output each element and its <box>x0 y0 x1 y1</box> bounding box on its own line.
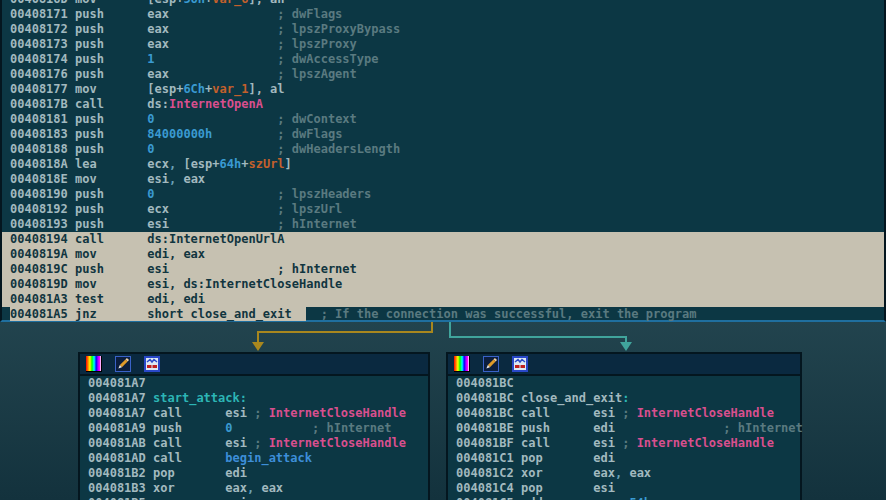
node-title-bar[interactable] <box>80 354 428 376</box>
disassembly-listing[interactable]: 004081A7004081A7 start_attack:004081A7 c… <box>80 376 428 500</box>
code-line[interactable]: 0040819A mov edi, eax <box>2 247 884 262</box>
code-segment: 004081B3 xor eax <box>88 481 247 495</box>
code-segment: start_attack: <box>153 391 247 405</box>
code-line[interactable]: 00408181 push 0 ; dwContext <box>2 112 884 127</box>
code-segment <box>306 307 320 321</box>
code-segment: ; dwFlags <box>212 127 342 141</box>
code-line[interactable]: 00408192 push ecx ; lpszUrl <box>2 202 884 217</box>
code-segment: ; dwAccessType <box>155 52 379 66</box>
code-segment: ; <box>254 406 268 420</box>
code-segment: 00408172 push eax <box>10 22 169 36</box>
code-line[interactable]: 004081AD call begin_attack <box>80 451 428 466</box>
code-line[interactable]: 0040817B call ds:InternetOpenA <box>2 97 884 112</box>
code-line[interactable]: 004081A7 call esi ; InternetCloseHandle <box>80 406 428 421</box>
edit-node-icon[interactable] <box>483 356 499 372</box>
code-segment: 00408183 push <box>10 127 147 141</box>
code-line[interactable]: 004081A7 start_attack: <box>80 391 428 406</box>
code-segment: begin_attack <box>225 451 312 465</box>
code-segment: ], al <box>248 82 284 96</box>
code-segment: 00408190 push <box>10 187 147 201</box>
edit-node-icon[interactable] <box>115 356 131 372</box>
code-line[interactable]: 004081A7 <box>80 376 428 391</box>
code-line[interactable]: 00408171 push eax ; dwFlags <box>2 7 884 22</box>
code-segment: var_1 <box>212 82 248 96</box>
disassembly-node-main[interactable]: 0040816D mov [esp+56h+var_6], ah00408171… <box>0 0 886 322</box>
code-line[interactable]: 00408176 push eax ; lpszAgent <box>2 67 884 82</box>
code-segment: 004081A9 push <box>88 421 225 435</box>
code-segment: InternetCloseHandle <box>637 436 774 450</box>
code-line[interactable]: 004081C5 add esp, 54h <box>448 496 800 500</box>
code-line[interactable]: 00408174 push 1 ; dwAccessType <box>2 52 884 67</box>
code-segment: 00408194 call ds:InternetOpenUrlA <box>10 232 285 246</box>
code-line[interactable]: 004081AB call esi ; InternetCloseHandle <box>80 436 428 451</box>
code-line[interactable]: 004081B2 pop edi <box>80 466 428 481</box>
code-line[interactable]: 00408173 push eax ; lpszProxy <box>2 37 884 52</box>
code-line[interactable]: 004081C2 xor eax, eax <box>448 466 800 481</box>
code-segment: ; lpszUrl <box>169 202 342 216</box>
code-segment: ; dwContext <box>155 112 357 126</box>
code-segment: ; lpszProxyBypass <box>169 22 400 36</box>
code-line[interactable]: 004081BE push edi ; hInternet <box>448 421 800 436</box>
code-segment: 00408181 push <box>10 112 147 126</box>
code-line[interactable]: 00408190 push 0 ; lpszHeaders <box>2 187 884 202</box>
code-segment: 0040819C push esi <box>10 262 169 276</box>
disassembly-node-close-and-exit[interactable]: 004081BC004081BC close_and_exit:004081BC… <box>446 352 802 500</box>
code-line[interactable]: 00408177 mov [esp+6Ch+var_1], al <box>2 82 884 97</box>
code-line[interactable]: 0040819D mov esi, ds:InternetCloseHandle <box>2 277 884 292</box>
code-segment: 004081BC close_and_exit <box>456 391 622 405</box>
code-line[interactable]: 004081A5 jnz short close_and_exit ; If t… <box>2 307 884 322</box>
code-line[interactable]: 004081BF call esi ; InternetCloseHandle <box>448 436 800 451</box>
code-segment: 004081BC call esi <box>456 406 622 420</box>
code-segment: ; lpszAgent <box>169 67 357 81</box>
code-line[interactable]: 004081BC close_and_exit: <box>448 391 800 406</box>
code-segment: eax <box>622 466 651 480</box>
jump-edge-arrowhead <box>620 342 632 351</box>
code-segment: 84000000h <box>147 127 212 141</box>
code-line[interactable]: 00408194 call ds:InternetOpenUrlA <box>2 232 884 247</box>
code-segment: 004081C4 pop esi <box>456 481 615 495</box>
code-segment: : <box>622 391 629 405</box>
code-line[interactable]: 00408183 push 84000000h ; dwFlags <box>2 127 884 142</box>
code-line[interactable]: 0040818A lea ecx, [esp+64h+szUrl] <box>2 157 884 172</box>
code-segment: 00408171 push eax <box>10 7 169 21</box>
code-line[interactable]: 004081BC call esi ; InternetCloseHandle <box>448 406 800 421</box>
node-color-picker-icon[interactable] <box>454 356 470 372</box>
node-color-picker-icon[interactable] <box>86 356 102 372</box>
code-segment: ], ah <box>248 0 284 6</box>
code-line[interactable]: 00408172 push eax ; lpszProxyBypass <box>2 22 884 37</box>
code-line[interactable]: 004081B3 xor eax, eax <box>80 481 428 496</box>
disassembly-listing[interactable]: 004081BC004081BC close_and_exit:004081BC… <box>448 376 800 500</box>
fallthrough-edge-arrowhead <box>252 342 264 351</box>
disassembly-node-start-attack[interactable]: 004081A7004081A7 start_attack:004081A7 c… <box>78 352 430 500</box>
code-line[interactable]: 00408188 push 0 ; dwHeadersLength <box>2 142 884 157</box>
code-segment: InternetCloseHandle <box>269 436 406 450</box>
graph-canvas[interactable]: 0040816D mov [esp+56h+var_6], ah00408171… <box>0 0 886 500</box>
code-line[interactable]: 004081A9 push 0 ; hInternet <box>80 421 428 436</box>
code-segment: eax <box>176 172 205 186</box>
code-segment: InternetOpenA <box>169 97 263 111</box>
node-title-bar[interactable] <box>448 354 800 376</box>
group-node-icon[interactable] <box>144 356 160 372</box>
disassembly-listing[interactable]: 0040816D mov [esp+56h+var_6], ah00408171… <box>2 0 884 322</box>
code-line[interactable]: 004081C1 pop edi <box>448 451 800 466</box>
code-segment: 0 <box>147 142 154 156</box>
code-line[interactable]: 00408193 push esi ; hInternet <box>2 217 884 232</box>
code-segment: InternetCloseHandle <box>637 406 774 420</box>
code-line[interactable]: 0040818E mov esi, eax <box>2 172 884 187</box>
code-segment: InternetCloseHandle <box>269 406 406 420</box>
code-line[interactable]: 004081B5 pop esi <box>80 496 428 500</box>
code-line[interactable]: 004081C4 pop esi <box>448 481 800 496</box>
code-segment: ; <box>622 436 636 450</box>
code-segment: 56h <box>183 0 205 6</box>
code-segment: 0040819D mov esi, ds:InternetCloseHandle <box>10 277 342 291</box>
code-line[interactable]: 0040816D mov [esp+56h+var_6], ah <box>2 0 884 7</box>
code-segment: 004081BE push edi <box>456 421 615 435</box>
code-segment: 004081BC <box>456 376 514 390</box>
code-segment: 004081AD call <box>88 451 225 465</box>
code-line[interactable]: 0040819C push esi ; hInternet <box>2 262 884 277</box>
code-segment: eax <box>254 481 283 495</box>
code-line[interactable]: 004081A3 test edi, edi <box>2 292 884 307</box>
code-segment: ; dwHeadersLength <box>155 142 401 156</box>
group-node-icon[interactable] <box>512 356 528 372</box>
code-line[interactable]: 004081BC <box>448 376 800 391</box>
